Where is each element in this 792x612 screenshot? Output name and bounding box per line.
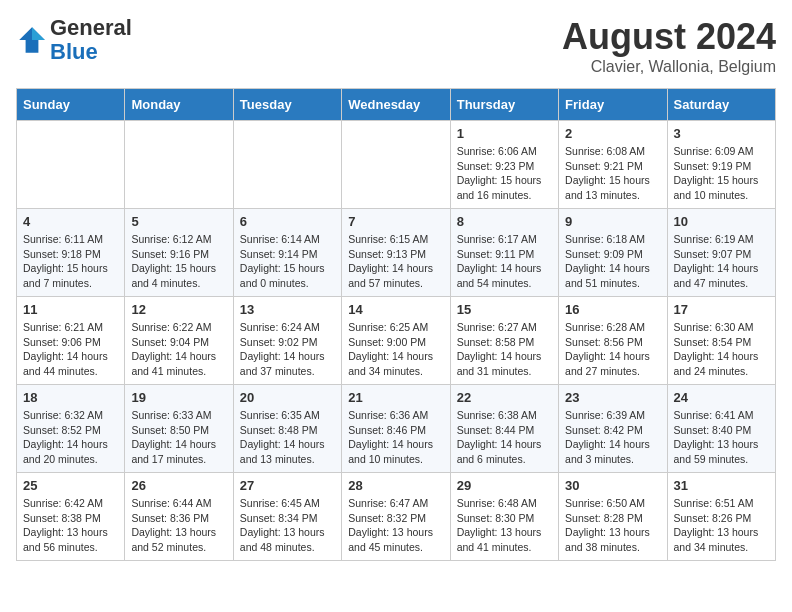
day-info: Sunrise: 6:44 AMSunset: 8:36 PMDaylight:… [131,496,226,555]
calendar-cell: 30Sunrise: 6:50 AMSunset: 8:28 PMDayligh… [559,473,667,561]
day-info: Sunrise: 6:17 AMSunset: 9:11 PMDaylight:… [457,232,552,291]
day-number: 9 [565,214,660,229]
day-number: 27 [240,478,335,493]
calendar-cell: 15Sunrise: 6:27 AMSunset: 8:58 PMDayligh… [450,297,558,385]
calendar-cell: 16Sunrise: 6:28 AMSunset: 8:56 PMDayligh… [559,297,667,385]
title-block: August 2024 Clavier, Wallonia, Belgium [562,16,776,76]
calendar-cell: 12Sunrise: 6:22 AMSunset: 9:04 PMDayligh… [125,297,233,385]
calendar-cell: 1Sunrise: 6:06 AMSunset: 9:23 PMDaylight… [450,121,558,209]
header-saturday: Saturday [667,89,775,121]
day-number: 29 [457,478,552,493]
day-number: 24 [674,390,769,405]
day-info: Sunrise: 6:27 AMSunset: 8:58 PMDaylight:… [457,320,552,379]
day-info: Sunrise: 6:06 AMSunset: 9:23 PMDaylight:… [457,144,552,203]
calendar-cell: 3Sunrise: 6:09 AMSunset: 9:19 PMDaylight… [667,121,775,209]
day-number: 26 [131,478,226,493]
day-number: 14 [348,302,443,317]
header-friday: Friday [559,89,667,121]
calendar-week-1: 1Sunrise: 6:06 AMSunset: 9:23 PMDaylight… [17,121,776,209]
header-monday: Monday [125,89,233,121]
calendar-cell: 28Sunrise: 6:47 AMSunset: 8:32 PMDayligh… [342,473,450,561]
day-info: Sunrise: 6:41 AMSunset: 8:40 PMDaylight:… [674,408,769,467]
calendar-week-4: 18Sunrise: 6:32 AMSunset: 8:52 PMDayligh… [17,385,776,473]
calendar-cell [342,121,450,209]
day-number: 8 [457,214,552,229]
day-info: Sunrise: 6:51 AMSunset: 8:26 PMDaylight:… [674,496,769,555]
day-info: Sunrise: 6:45 AMSunset: 8:34 PMDaylight:… [240,496,335,555]
calendar-cell: 7Sunrise: 6:15 AMSunset: 9:13 PMDaylight… [342,209,450,297]
calendar-cell: 26Sunrise: 6:44 AMSunset: 8:36 PMDayligh… [125,473,233,561]
day-info: Sunrise: 6:08 AMSunset: 9:21 PMDaylight:… [565,144,660,203]
day-info: Sunrise: 6:32 AMSunset: 8:52 PMDaylight:… [23,408,118,467]
day-info: Sunrise: 6:33 AMSunset: 8:50 PMDaylight:… [131,408,226,467]
logo-general-text: General [50,15,132,40]
day-info: Sunrise: 6:47 AMSunset: 8:32 PMDaylight:… [348,496,443,555]
day-info: Sunrise: 6:21 AMSunset: 9:06 PMDaylight:… [23,320,118,379]
day-number: 22 [457,390,552,405]
day-info: Sunrise: 6:09 AMSunset: 9:19 PMDaylight:… [674,144,769,203]
calendar-cell: 19Sunrise: 6:33 AMSunset: 8:50 PMDayligh… [125,385,233,473]
calendar-cell: 4Sunrise: 6:11 AMSunset: 9:18 PMDaylight… [17,209,125,297]
calendar-cell: 29Sunrise: 6:48 AMSunset: 8:30 PMDayligh… [450,473,558,561]
calendar-cell: 11Sunrise: 6:21 AMSunset: 9:06 PMDayligh… [17,297,125,385]
day-number: 5 [131,214,226,229]
calendar-cell: 27Sunrise: 6:45 AMSunset: 8:34 PMDayligh… [233,473,341,561]
calendar-cell: 20Sunrise: 6:35 AMSunset: 8:48 PMDayligh… [233,385,341,473]
day-number: 6 [240,214,335,229]
day-info: Sunrise: 6:35 AMSunset: 8:48 PMDaylight:… [240,408,335,467]
calendar-week-5: 25Sunrise: 6:42 AMSunset: 8:38 PMDayligh… [17,473,776,561]
day-info: Sunrise: 6:38 AMSunset: 8:44 PMDaylight:… [457,408,552,467]
day-info: Sunrise: 6:36 AMSunset: 8:46 PMDaylight:… [348,408,443,467]
day-number: 23 [565,390,660,405]
header-thursday: Thursday [450,89,558,121]
day-number: 15 [457,302,552,317]
calendar-cell: 8Sunrise: 6:17 AMSunset: 9:11 PMDaylight… [450,209,558,297]
day-info: Sunrise: 6:39 AMSunset: 8:42 PMDaylight:… [565,408,660,467]
calendar-cell: 24Sunrise: 6:41 AMSunset: 8:40 PMDayligh… [667,385,775,473]
day-info: Sunrise: 6:22 AMSunset: 9:04 PMDaylight:… [131,320,226,379]
day-info: Sunrise: 6:14 AMSunset: 9:14 PMDaylight:… [240,232,335,291]
day-info: Sunrise: 6:24 AMSunset: 9:02 PMDaylight:… [240,320,335,379]
day-info: Sunrise: 6:30 AMSunset: 8:54 PMDaylight:… [674,320,769,379]
month-title: August 2024 [562,16,776,58]
day-info: Sunrise: 6:28 AMSunset: 8:56 PMDaylight:… [565,320,660,379]
calendar-cell: 22Sunrise: 6:38 AMSunset: 8:44 PMDayligh… [450,385,558,473]
calendar-cell: 25Sunrise: 6:42 AMSunset: 8:38 PMDayligh… [17,473,125,561]
calendar-week-2: 4Sunrise: 6:11 AMSunset: 9:18 PMDaylight… [17,209,776,297]
calendar-cell: 14Sunrise: 6:25 AMSunset: 9:00 PMDayligh… [342,297,450,385]
header-sunday: Sunday [17,89,125,121]
day-number: 20 [240,390,335,405]
calendar-cell: 13Sunrise: 6:24 AMSunset: 9:02 PMDayligh… [233,297,341,385]
day-number: 4 [23,214,118,229]
calendar-cell: 23Sunrise: 6:39 AMSunset: 8:42 PMDayligh… [559,385,667,473]
day-number: 11 [23,302,118,317]
day-number: 7 [348,214,443,229]
day-number: 12 [131,302,226,317]
day-number: 21 [348,390,443,405]
calendar-cell: 18Sunrise: 6:32 AMSunset: 8:52 PMDayligh… [17,385,125,473]
day-number: 28 [348,478,443,493]
day-info: Sunrise: 6:11 AMSunset: 9:18 PMDaylight:… [23,232,118,291]
day-number: 2 [565,126,660,141]
calendar-cell: 17Sunrise: 6:30 AMSunset: 8:54 PMDayligh… [667,297,775,385]
calendar-cell: 5Sunrise: 6:12 AMSunset: 9:16 PMDaylight… [125,209,233,297]
day-info: Sunrise: 6:50 AMSunset: 8:28 PMDaylight:… [565,496,660,555]
day-number: 25 [23,478,118,493]
logo: General Blue [16,16,132,64]
day-number: 31 [674,478,769,493]
logo-blue-text: Blue [50,39,98,64]
calendar-cell [233,121,341,209]
day-number: 1 [457,126,552,141]
calendar-cell [125,121,233,209]
svg-marker-1 [32,27,45,40]
header-tuesday: Tuesday [233,89,341,121]
header-wednesday: Wednesday [342,89,450,121]
day-number: 17 [674,302,769,317]
day-number: 19 [131,390,226,405]
day-info: Sunrise: 6:15 AMSunset: 9:13 PMDaylight:… [348,232,443,291]
day-number: 3 [674,126,769,141]
calendar-cell: 10Sunrise: 6:19 AMSunset: 9:07 PMDayligh… [667,209,775,297]
calendar-cell: 2Sunrise: 6:08 AMSunset: 9:21 PMDaylight… [559,121,667,209]
calendar-cell [17,121,125,209]
calendar-week-3: 11Sunrise: 6:21 AMSunset: 9:06 PMDayligh… [17,297,776,385]
